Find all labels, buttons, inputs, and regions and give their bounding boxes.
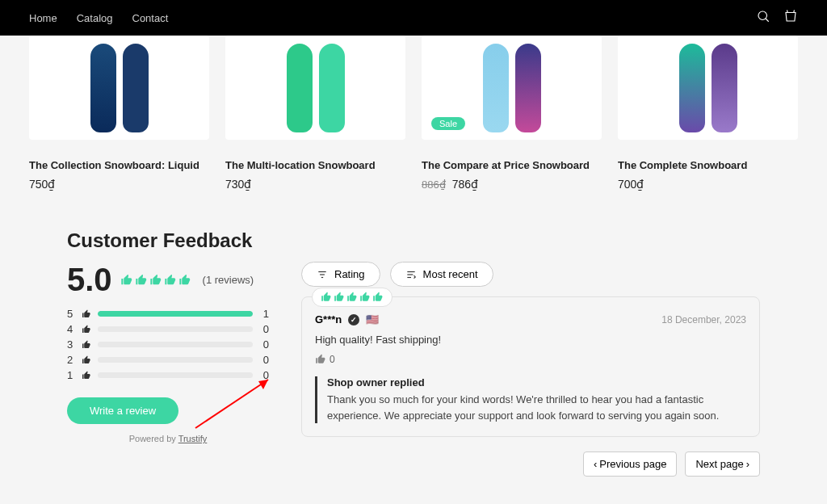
product-image [29,36,209,140]
review-date: 18 December, 2023 [661,314,746,326]
verified-icon: ✓ [348,314,359,326]
review-rating-badge [312,288,393,307]
prev-page-button[interactable]: ‹Previous page [583,452,677,477]
chevron-left-icon: ‹ [594,458,597,470]
review-text: High quality! Fast shipping! [315,334,746,346]
nav-home[interactable]: Home [29,12,57,24]
feedback-summary: 5.0 (1 reviews) 51 40 30 20 10 Write a r… [67,262,269,477]
chevron-right-icon: › [746,458,749,470]
product-title: The Multi-location Snowboard [225,159,405,171]
review-card: G***n✓🇺🇸 18 December, 2023 High quality!… [301,296,760,437]
product-title: The Compare at Price Snowboard [422,159,602,171]
feedback-reviews: Rating Most recent G***n✓🇺🇸 18 December,… [301,262,760,477]
product-image: Sale [422,36,602,140]
rating-bar-row[interactable]: 10 [67,369,269,381]
shop-reply: Shop owner replied Thank you so much for… [315,376,746,423]
trustify-link[interactable]: Trustify [178,434,208,443]
old-price: 886₫ [422,178,446,191]
rating-bar-row[interactable]: 20 [67,354,269,366]
reply-text: Thank you so much for your kind words! W… [327,392,746,423]
sale-price: 786₫ [452,178,478,191]
helpful-button[interactable]: 0 [315,354,746,365]
product-price: 730₫ [225,178,405,191]
product-price: 886₫786₫ [422,178,602,191]
nav: Home Catalog Contact [29,12,168,24]
search-icon[interactable] [756,9,770,27]
filter-recent-button[interactable]: Most recent [390,262,493,287]
next-page-button[interactable]: Next page› [685,452,760,477]
svg-point-0 [758,11,767,20]
cart-icon[interactable] [783,9,798,27]
product-card[interactable]: The Complete Snowboard 700₫ [618,36,798,191]
product-price: 750₫ [29,178,209,191]
product-grid: The Collection Snowboard: Liquid 750₫ Th… [0,36,827,191]
product-price: 700₫ [618,178,798,191]
product-title: The Collection Snowboard: Liquid [29,159,209,171]
rating-thumbs [120,274,191,287]
product-image [225,36,405,140]
product-card[interactable]: Sale The Compare at Price Snowboard 886₫… [422,36,602,191]
rating-bar-row[interactable]: 40 [67,323,269,335]
feedback-section: Customer Feedback 5.0 (1 reviews) 51 40 … [0,229,827,477]
powered-by: Powered by Trustify [67,434,269,443]
sale-badge: Sale [431,117,465,130]
feedback-title: Customer Feedback [67,229,760,252]
rating-bar-row[interactable]: 30 [67,338,269,351]
reviewer-name: G***n [315,313,342,326]
reply-title: Shop owner replied [327,376,746,388]
rating-number: 5.0 [67,262,112,298]
review-count: (1 reviews) [203,274,254,286]
write-review-button[interactable]: Write a review [67,397,178,424]
product-card[interactable]: The Multi-location Snowboard 730₫ [225,36,405,191]
rating-bar-row[interactable]: 51 [67,308,269,320]
product-title: The Complete Snowboard [618,159,798,171]
filter-rating-button[interactable]: Rating [301,262,380,287]
nav-catalog[interactable]: Catalog [77,12,113,24]
pagination: ‹Previous page Next page› [301,452,760,477]
product-card[interactable]: The Collection Snowboard: Liquid 750₫ [29,36,209,191]
header-actions [756,9,798,27]
reviewer-flag-icon: 🇺🇸 [366,313,379,326]
nav-contact[interactable]: Contact [132,12,169,24]
svg-line-1 [766,19,769,22]
header: Home Catalog Contact [0,0,827,36]
rating-bars: 51 40 30 20 10 [67,308,269,381]
product-image [618,36,798,140]
